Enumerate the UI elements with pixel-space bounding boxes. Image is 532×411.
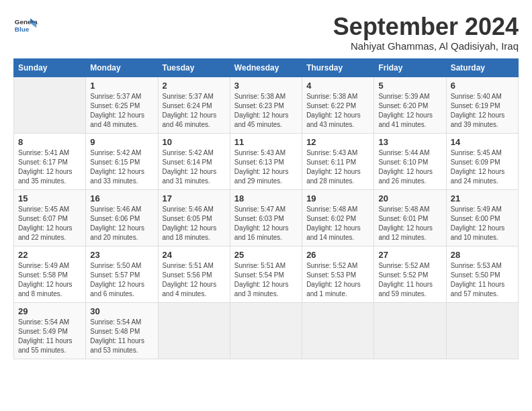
calendar-cell: 1Sunrise: 5:37 AM Sunset: 6:25 PM Daylig…	[86, 77, 158, 133]
day-number: 18	[234, 193, 298, 203]
day-number: 28	[451, 250, 514, 260]
calendar-cell: 2Sunrise: 5:37 AM Sunset: 6:24 PM Daylig…	[158, 77, 230, 133]
cell-info: Sunrise: 5:40 AM Sunset: 6:19 PM Dayligh…	[451, 92, 514, 130]
calendar-cell: 15Sunrise: 5:45 AM Sunset: 6:07 PM Dayli…	[14, 189, 86, 246]
cell-info: Sunrise: 5:49 AM Sunset: 6:00 PM Dayligh…	[451, 205, 514, 242]
cell-info: Sunrise: 5:37 AM Sunset: 6:24 PM Dayligh…	[163, 92, 226, 130]
calendar-cell: 9Sunrise: 5:42 AM Sunset: 6:15 PM Daylig…	[86, 133, 158, 189]
cell-info: Sunrise: 5:54 AM Sunset: 5:48 PM Dayligh…	[90, 318, 153, 355]
day-number: 1	[90, 81, 153, 91]
day-number: 16	[90, 193, 153, 203]
day-number: 21	[451, 193, 514, 203]
calendar-cell	[302, 302, 374, 359]
header: General Blue September 2024 Nahiyat Gham…	[13, 13, 519, 52]
day-number: 24	[163, 250, 226, 260]
cell-info: Sunrise: 5:46 AM Sunset: 6:05 PM Dayligh…	[163, 205, 226, 242]
cell-info: Sunrise: 5:45 AM Sunset: 6:07 PM Dayligh…	[18, 205, 81, 242]
week-row-3: 15Sunrise: 5:45 AM Sunset: 6:07 PM Dayli…	[14, 189, 519, 246]
header-cell-wednesday: Wednesday	[230, 58, 302, 77]
cell-info: Sunrise: 5:52 AM Sunset: 5:52 PM Dayligh…	[378, 261, 441, 299]
calendar-cell: 22Sunrise: 5:49 AM Sunset: 5:58 PM Dayli…	[14, 246, 86, 302]
calendar-cell: 4Sunrise: 5:38 AM Sunset: 6:22 PM Daylig…	[302, 77, 374, 133]
cell-info: Sunrise: 5:53 AM Sunset: 5:50 PM Dayligh…	[451, 261, 514, 299]
week-row-5: 29Sunrise: 5:54 AM Sunset: 5:49 PM Dayli…	[14, 302, 519, 359]
calendar-cell: 12Sunrise: 5:43 AM Sunset: 6:11 PM Dayli…	[302, 133, 374, 189]
cell-info: Sunrise: 5:38 AM Sunset: 6:23 PM Dayligh…	[234, 92, 298, 130]
calendar-cell: 10Sunrise: 5:42 AM Sunset: 6:14 PM Dayli…	[158, 133, 230, 189]
calendar-cell: 17Sunrise: 5:46 AM Sunset: 6:05 PM Dayli…	[158, 189, 230, 246]
calendar-cell	[158, 302, 230, 359]
svg-text:Blue: Blue	[15, 26, 30, 33]
calendar-cell: 18Sunrise: 5:47 AM Sunset: 6:03 PM Dayli…	[230, 189, 302, 246]
cell-info: Sunrise: 5:43 AM Sunset: 6:13 PM Dayligh…	[234, 148, 298, 186]
calendar-cell	[374, 302, 446, 359]
cell-info: Sunrise: 5:45 AM Sunset: 6:09 PM Dayligh…	[451, 148, 514, 186]
logo: General Blue	[13, 13, 38, 38]
day-number: 25	[234, 250, 298, 260]
calendar-cell: 26Sunrise: 5:52 AM Sunset: 5:53 PM Dayli…	[302, 246, 374, 302]
day-number: 9	[90, 137, 153, 147]
day-number: 14	[451, 137, 514, 147]
cell-info: Sunrise: 5:46 AM Sunset: 6:06 PM Dayligh…	[90, 205, 153, 242]
calendar-cell: 21Sunrise: 5:49 AM Sunset: 6:00 PM Dayli…	[446, 189, 518, 246]
day-number: 2	[163, 81, 226, 91]
week-row-1: 1Sunrise: 5:37 AM Sunset: 6:25 PM Daylig…	[14, 77, 519, 133]
header-cell-monday: Monday	[86, 58, 158, 77]
cell-info: Sunrise: 5:42 AM Sunset: 6:14 PM Dayligh…	[163, 148, 226, 186]
cell-info: Sunrise: 5:37 AM Sunset: 6:25 PM Dayligh…	[90, 92, 153, 130]
calendar-cell: 20Sunrise: 5:48 AM Sunset: 6:01 PM Dayli…	[374, 189, 446, 246]
calendar-cell: 8Sunrise: 5:41 AM Sunset: 6:17 PM Daylig…	[14, 133, 86, 189]
day-number: 19	[306, 193, 369, 203]
cell-info: Sunrise: 5:48 AM Sunset: 6:01 PM Dayligh…	[378, 205, 441, 242]
day-number: 20	[378, 193, 441, 203]
day-number: 17	[163, 193, 226, 203]
cell-info: Sunrise: 5:42 AM Sunset: 6:15 PM Dayligh…	[90, 148, 153, 186]
day-number: 13	[378, 137, 441, 147]
cell-info: Sunrise: 5:52 AM Sunset: 5:53 PM Dayligh…	[306, 261, 369, 299]
cell-info: Sunrise: 5:48 AM Sunset: 6:02 PM Dayligh…	[306, 205, 369, 242]
calendar-cell: 14Sunrise: 5:45 AM Sunset: 6:09 PM Dayli…	[446, 133, 518, 189]
day-number: 26	[306, 250, 369, 260]
week-row-2: 8Sunrise: 5:41 AM Sunset: 6:17 PM Daylig…	[14, 133, 519, 189]
calendar-cell: 19Sunrise: 5:48 AM Sunset: 6:02 PM Dayli…	[302, 189, 374, 246]
day-number: 3	[234, 81, 298, 91]
day-number: 29	[18, 306, 81, 316]
day-number: 30	[90, 306, 153, 316]
calendar-cell: 11Sunrise: 5:43 AM Sunset: 6:13 PM Dayli…	[230, 133, 302, 189]
day-number: 11	[234, 137, 298, 147]
cell-info: Sunrise: 5:44 AM Sunset: 6:10 PM Dayligh…	[378, 148, 441, 186]
calendar-cell: 24Sunrise: 5:51 AM Sunset: 5:56 PM Dayli…	[158, 246, 230, 302]
day-number: 5	[378, 81, 441, 91]
cell-info: Sunrise: 5:51 AM Sunset: 5:56 PM Dayligh…	[163, 261, 226, 299]
cell-info: Sunrise: 5:49 AM Sunset: 5:58 PM Dayligh…	[18, 261, 81, 299]
cell-info: Sunrise: 5:51 AM Sunset: 5:54 PM Dayligh…	[234, 261, 298, 299]
calendar-cell	[230, 302, 302, 359]
title-area: September 2024 Nahiyat Ghammas, Al Qadis…	[333, 13, 519, 52]
calendar-cell: 23Sunrise: 5:50 AM Sunset: 5:57 PM Dayli…	[86, 246, 158, 302]
calendar-cell: 30Sunrise: 5:54 AM Sunset: 5:48 PM Dayli…	[86, 302, 158, 359]
day-number: 12	[306, 137, 369, 147]
day-number: 4	[306, 81, 369, 91]
header-cell-sunday: Sunday	[14, 58, 86, 77]
calendar-cell: 13Sunrise: 5:44 AM Sunset: 6:10 PM Dayli…	[374, 133, 446, 189]
cell-info: Sunrise: 5:39 AM Sunset: 6:20 PM Dayligh…	[378, 92, 441, 130]
calendar-cell: 6Sunrise: 5:40 AM Sunset: 6:19 PM Daylig…	[446, 77, 518, 133]
main-title: September 2024	[333, 13, 519, 40]
calendar-cell: 27Sunrise: 5:52 AM Sunset: 5:52 PM Dayli…	[374, 246, 446, 302]
cell-info: Sunrise: 5:43 AM Sunset: 6:11 PM Dayligh…	[306, 148, 369, 186]
calendar-cell	[14, 77, 86, 133]
header-cell-thursday: Thursday	[302, 58, 374, 77]
subtitle: Nahiyat Ghammas, Al Qadisiyah, Iraq	[333, 40, 519, 52]
cell-info: Sunrise: 5:38 AM Sunset: 6:22 PM Dayligh…	[306, 92, 369, 130]
header-cell-friday: Friday	[374, 58, 446, 77]
cell-info: Sunrise: 5:54 AM Sunset: 5:49 PM Dayligh…	[18, 318, 81, 355]
calendar-cell	[446, 302, 518, 359]
day-number: 10	[163, 137, 226, 147]
day-number: 8	[18, 137, 81, 147]
header-cell-tuesday: Tuesday	[158, 58, 230, 77]
calendar-cell: 28Sunrise: 5:53 AM Sunset: 5:50 PM Dayli…	[446, 246, 518, 302]
week-row-4: 22Sunrise: 5:49 AM Sunset: 5:58 PM Dayli…	[14, 246, 519, 302]
day-number: 15	[18, 193, 81, 203]
day-number: 27	[378, 250, 441, 260]
cell-info: Sunrise: 5:41 AM Sunset: 6:17 PM Dayligh…	[18, 148, 81, 186]
